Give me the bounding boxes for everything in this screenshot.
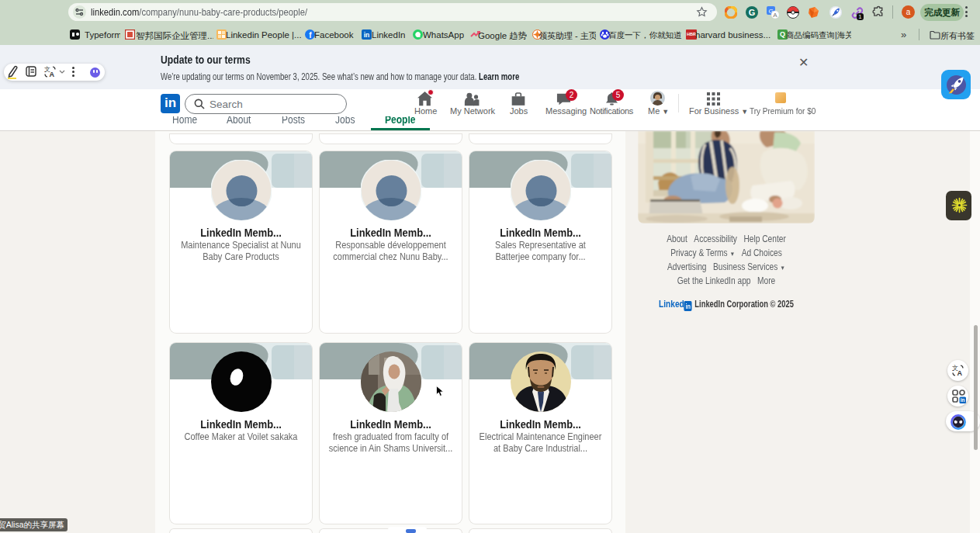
svg-text:G: G (749, 8, 756, 17)
svg-text:in: in (961, 397, 965, 403)
svg-text:in: in (364, 31, 370, 39)
svg-text:A: A (50, 71, 55, 78)
svg-text:A: A (773, 12, 777, 19)
svg-text:A: A (957, 369, 963, 376)
svg-text:1: 1 (859, 14, 862, 19)
